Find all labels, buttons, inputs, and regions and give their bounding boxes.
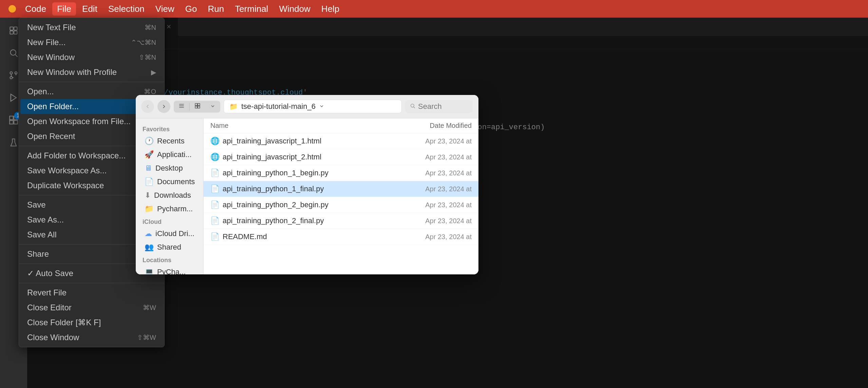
filename-1: api_training_javascript_2.html — [223, 153, 404, 161]
search-magnifier-icon — [410, 103, 415, 110]
menu-new-file[interactable]: New File... ⌃⌥⌘N — [20, 35, 163, 50]
filedate-3: Apr 23, 2024 at — [404, 185, 472, 193]
menubar: Code File Edit Selection View Go Run Ter… — [0, 0, 868, 18]
svg-rect-13 — [10, 120, 13, 124]
pycharm-fav-icon: 📁 — [145, 205, 154, 213]
menu-close-editor[interactable]: Close Editor ⌘W — [20, 300, 163, 315]
menu-code[interactable]: Code — [20, 2, 51, 16]
chrome-icon-0: 🌐 — [210, 137, 223, 146]
recents-icon: 🕐 — [145, 137, 154, 146]
col-name-header: Name — [210, 122, 404, 130]
doc-icon-3: 📄 — [210, 185, 223, 193]
menu-run[interactable]: Run — [203, 2, 229, 16]
sidebar-section-locations: Locations — [136, 254, 203, 265]
file-row-0[interactable]: 🌐 api_training_javascript_1.html Apr 23,… — [204, 133, 478, 149]
grid-view-button[interactable] — [190, 101, 205, 113]
svg-rect-3 — [14, 31, 17, 34]
separator-1 — [19, 82, 164, 82]
svg-rect-11 — [10, 116, 13, 120]
filedate-6: Apr 23, 2024 at — [404, 233, 472, 241]
svg-point-6 — [10, 72, 13, 74]
sidebar-label-documents: Documents — [157, 177, 195, 186]
shared-icon: 👥 — [145, 243, 154, 252]
sidebar-item-icloud-drive[interactable]: ☁ iCloud Dri... — [138, 227, 201, 240]
sidebar-item-shared[interactable]: 👥 Shared — [138, 240, 201, 254]
sidebar-label-desktop: Desktop — [155, 164, 183, 173]
filedate-2: Apr 23, 2024 at — [404, 169, 472, 177]
sort-button[interactable] — [205, 101, 220, 113]
menu-revert-file[interactable]: Revert File — [20, 285, 163, 300]
list-view-button[interactable] — [174, 101, 189, 113]
menu-go[interactable]: Go — [181, 2, 202, 16]
menu-selection[interactable]: Selection — [103, 2, 149, 16]
dialog-body: Favorites 🕐 Recents 🚀 Applicati... 🖥 Des… — [136, 118, 478, 274]
menu-file[interactable]: File — [52, 2, 76, 16]
svg-marker-9 — [11, 94, 16, 101]
sidebar-item-pycharm-location[interactable]: 💻 PyCha... — [138, 265, 201, 274]
filename-4: api_training_python_2_begin.py — [223, 200, 404, 209]
sidebar-label-recents: Recents — [157, 137, 185, 146]
sidebar-item-pycharm-favorites[interactable]: 📁 Pycharm... — [138, 202, 201, 216]
doc-icon-6: 📄 — [210, 232, 223, 241]
svg-line-23 — [414, 107, 415, 108]
filelist-header: Name Date Modified — [204, 118, 478, 133]
filename-6: README.md — [223, 232, 404, 241]
sidebar-label-icloud-drive: iCloud Dri... — [155, 229, 194, 238]
documents-icon: 📄 — [145, 177, 154, 186]
file-row-3[interactable]: 📄 api_training_python_1_final.py Apr 23,… — [204, 181, 478, 197]
dialog-back-button[interactable] — [141, 100, 154, 113]
dialog-folder-icon: 📁 — [229, 102, 238, 111]
menu-help[interactable]: Help — [317, 2, 344, 16]
sidebar-label-shared: Shared — [157, 243, 181, 252]
menu-close-window[interactable]: Close Window ⇧⌘W — [20, 330, 163, 345]
col-date-header: Date Modified — [404, 122, 472, 130]
sidebar-section-favorites: Favorites — [136, 123, 203, 134]
svg-point-22 — [411, 104, 414, 107]
file-row-4[interactable]: 📄 api_training_python_2_begin.py Apr 23,… — [204, 197, 478, 213]
search-input[interactable] — [418, 102, 468, 111]
svg-rect-19 — [198, 103, 200, 105]
dialog-view-buttons — [174, 101, 220, 113]
svg-rect-2 — [10, 31, 13, 34]
menu-view[interactable]: View — [151, 2, 179, 16]
dialog-search-bar[interactable] — [405, 100, 473, 113]
dialog-location-chevron — [319, 102, 324, 111]
file-row-2[interactable]: 📄 api_training_python_1_begin.py Apr 23,… — [204, 165, 478, 181]
chrome-icon-1: 🌐 — [210, 153, 223, 161]
sidebar-label-downloads: Downloads — [154, 191, 191, 200]
sidebar-section-icloud: iCloud — [136, 216, 203, 227]
menu-terminal[interactable]: Terminal — [230, 2, 273, 16]
filedate-0: Apr 23, 2024 at — [404, 137, 472, 145]
filedate-4: Apr 23, 2024 at — [404, 201, 472, 209]
file-open-dialog: 📁 tse-api-tutorial-main_6 Favorites � — [136, 95, 478, 274]
sidebar-item-recents[interactable]: 🕐 Recents — [138, 134, 201, 148]
menu-edit[interactable]: Edit — [77, 2, 102, 16]
menu-new-window-profile[interactable]: New Window with Profile ▶ — [20, 65, 163, 80]
filedate-5: Apr 23, 2024 at — [404, 217, 472, 225]
sidebar-item-documents[interactable]: 📄 Documents — [138, 175, 201, 189]
svg-rect-1 — [14, 27, 17, 30]
menu-new-text-file[interactable]: New Text File ⌘N — [20, 20, 163, 35]
menu-window[interactable]: Window — [274, 2, 315, 16]
downloads-icon: ⬇ — [145, 191, 151, 200]
file-row-5[interactable]: 📄 api_training_python_2_final.py Apr 23,… — [204, 213, 478, 229]
menu-new-window[interactable]: New Window ⇧⌘N — [20, 50, 163, 65]
dialog-sidebar: Favorites 🕐 Recents 🚀 Applicati... 🖥 Des… — [136, 118, 204, 274]
svg-rect-21 — [198, 106, 200, 108]
sidebar-item-applications[interactable]: 🚀 Applicati... — [138, 148, 201, 161]
doc-icon-4: 📄 — [210, 200, 223, 209]
sidebar-item-downloads[interactable]: ⬇ Downloads — [138, 189, 201, 202]
filename-0: api_training_javascript_1.html — [223, 137, 404, 146]
svg-point-4 — [11, 50, 16, 55]
filedate-1: Apr 23, 2024 at — [404, 153, 472, 161]
file-row-1[interactable]: 🌐 api_training_javascript_2.html Apr 23,… — [204, 149, 478, 165]
file-row-6[interactable]: 📄 README.md Apr 23, 2024 at — [204, 229, 478, 245]
dialog-location-bar[interactable]: 📁 tse-api-tutorial-main_6 — [224, 100, 402, 113]
icloud-drive-icon: ☁ — [145, 229, 152, 238]
sidebar-label-applications: Applicati... — [157, 150, 192, 159]
dialog-location-text: tse-api-tutorial-main_6 — [241, 102, 316, 111]
menu-close-folder[interactable]: Close Folder [⌘K F] — [20, 315, 163, 330]
sidebar-item-desktop[interactable]: 🖥 Desktop — [138, 161, 201, 175]
filename-2: api_training_python_1_begin.py — [223, 169, 404, 177]
dialog-forward-button[interactable] — [157, 100, 170, 113]
